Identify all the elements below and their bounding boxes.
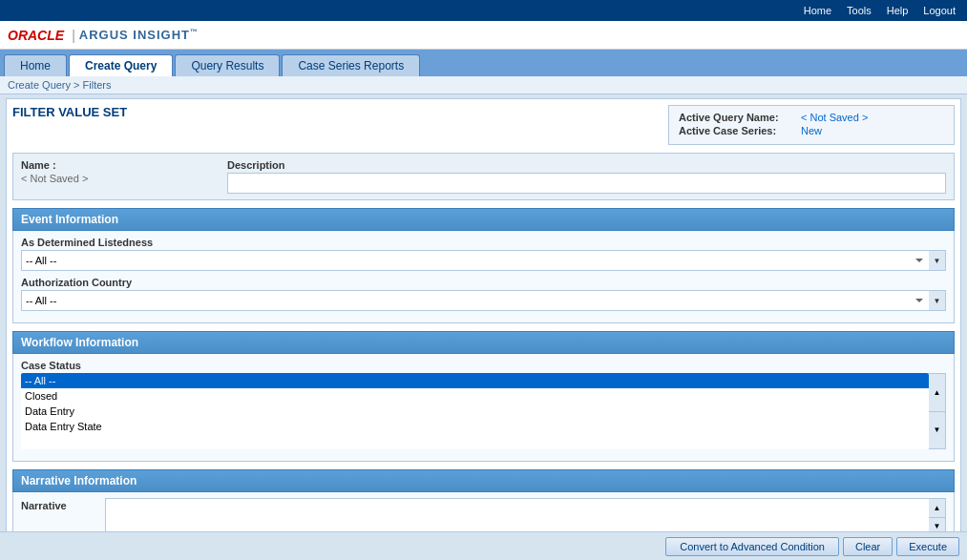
- app-name: ARGUS INSIGHT™: [79, 28, 199, 42]
- description-input[interactable]: [227, 173, 946, 194]
- case-status-label: Case Status: [21, 360, 946, 371]
- as-determined-listedness-select[interactable]: -- All --: [21, 250, 929, 271]
- clear-button[interactable]: Clear: [843, 537, 893, 556]
- as-determined-listedness-label: As Determined Listedness: [21, 237, 946, 248]
- narrative-textarea[interactable]: [105, 498, 929, 536]
- active-query-name-value: < Not Saved >: [801, 112, 868, 123]
- workflow-information-content: Case Status -- All -- Closed Data Entry …: [12, 354, 955, 462]
- event-information-section: Event Information As Determined Listedne…: [12, 208, 955, 323]
- nav-help[interactable]: Help: [879, 3, 916, 18]
- case-status-listbox[interactable]: -- All -- Closed Data Entry Data Entry S…: [21, 373, 929, 449]
- tab-create-query[interactable]: Create Query: [69, 54, 173, 76]
- active-query-name-label: Active Query Name:: [679, 112, 793, 123]
- narrative-label: Narrative: [21, 498, 97, 511]
- execute-button[interactable]: Execute: [896, 537, 959, 556]
- page-title: FILTER VALUE SET: [12, 105, 127, 119]
- active-case-series-value: New: [801, 125, 822, 136]
- name-description-row: Name : < Not Saved > Description: [12, 153, 955, 200]
- authorization-country-wrapper: -- All -- ▼: [21, 290, 946, 311]
- breadcrumb: Create Query > Filters: [0, 76, 967, 94]
- breadcrumb-create-query[interactable]: Create Query: [8, 79, 71, 91]
- description-section: Description: [227, 159, 946, 194]
- as-determined-listedness-field: As Determined Listedness -- All -- ▼: [21, 237, 946, 271]
- case-status-listbox-wrapper: -- All -- Closed Data Entry Data Entry S…: [21, 373, 946, 449]
- tab-home[interactable]: Home: [4, 54, 67, 76]
- description-label: Description: [227, 159, 946, 171]
- oracle-logo: ORACLE: [8, 28, 64, 43]
- nav-tools[interactable]: Tools: [839, 3, 879, 18]
- event-information-header: Event Information: [12, 208, 955, 231]
- logo-separator: |: [72, 28, 75, 43]
- workflow-information-header: Workflow Information: [12, 331, 955, 354]
- authorization-country-select[interactable]: -- All --: [21, 290, 929, 311]
- name-section: Name : < Not Saved >: [21, 159, 212, 184]
- narrative-scroll-buttons: ▲ ▼: [929, 498, 946, 536]
- workflow-information-section: Workflow Information Case Status -- All …: [12, 331, 955, 462]
- page-title-row: FILTER VALUE SET Active Query Name: < No…: [12, 105, 955, 145]
- authorization-country-field: Authorization Country -- All -- ▼: [21, 277, 946, 311]
- name-value: < Not Saved >: [21, 173, 212, 184]
- authorization-country-arrow[interactable]: ▼: [929, 290, 946, 311]
- as-determined-listedness-wrapper: -- All -- ▼: [21, 250, 946, 271]
- tab-query-results[interactable]: Query Results: [175, 54, 280, 76]
- narrative-information-header: Narrative Information: [12, 469, 955, 492]
- narrative-row: Narrative ▲ ▼: [21, 498, 946, 536]
- event-information-content: As Determined Listedness -- All -- ▼ Aut…: [12, 231, 955, 323]
- convert-to-advanced-condition-button[interactable]: Convert to Advanced Condition: [665, 537, 839, 556]
- narrative-scroll-up[interactable]: ▲: [929, 499, 945, 518]
- nav-home[interactable]: Home: [796, 3, 839, 18]
- name-label: Name :: [21, 159, 212, 171]
- case-status-field: Case Status -- All -- Closed Data Entry …: [21, 360, 946, 449]
- footer: Convert to Advanced Condition Clear Exec…: [0, 531, 967, 560]
- top-navigation: Home Tools Help Logout: [0, 0, 967, 21]
- as-determined-listedness-arrow[interactable]: ▼: [929, 250, 946, 271]
- authorization-country-label: Authorization Country: [21, 277, 946, 288]
- tab-case-series-reports[interactable]: Case Series Reports: [282, 54, 420, 76]
- breadcrumb-filters: Filters: [83, 79, 112, 91]
- active-query-box: Active Query Name: < Not Saved > Active …: [668, 105, 955, 145]
- active-case-series-label: Active Case Series:: [679, 125, 793, 136]
- nav-logout[interactable]: Logout: [915, 3, 963, 18]
- app-header: ORACLE | ARGUS INSIGHT™: [0, 21, 967, 50]
- narrative-textarea-wrapper: ▲ ▼: [105, 498, 946, 536]
- main-content: FILTER VALUE SET Active Query Name: < No…: [6, 98, 961, 556]
- listbox-scroll-down[interactable]: ▼: [929, 412, 945, 449]
- listbox-scroll-up[interactable]: ▲: [929, 374, 945, 412]
- tab-navigation: Home Create Query Query Results Case Ser…: [0, 50, 967, 76]
